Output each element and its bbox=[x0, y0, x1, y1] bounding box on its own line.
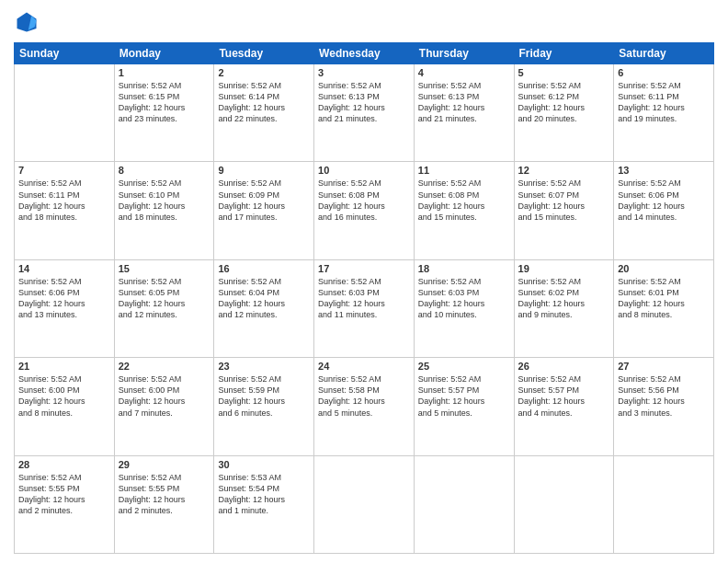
day-info: Sunrise: 5:52 AM Sunset: 6:05 PM Dayligh… bbox=[119, 276, 210, 321]
day-info: Sunrise: 5:52 AM Sunset: 5:55 PM Dayligh… bbox=[119, 472, 210, 517]
day-info: Sunrise: 5:52 AM Sunset: 5:57 PM Dayligh… bbox=[418, 373, 510, 419]
day-number: 12 bbox=[518, 165, 610, 176]
day-info: Sunrise: 5:52 AM Sunset: 6:03 PM Dayligh… bbox=[418, 276, 510, 321]
calendar-cell bbox=[614, 455, 714, 553]
calendar-cell: 27Sunrise: 5:52 AM Sunset: 5:56 PM Dayli… bbox=[614, 358, 714, 455]
day-number: 18 bbox=[418, 263, 510, 274]
day-number: 30 bbox=[218, 459, 310, 470]
calendar-week-row: 14Sunrise: 5:52 AM Sunset: 6:06 PM Dayli… bbox=[15, 259, 714, 357]
day-number: 27 bbox=[618, 361, 710, 372]
calendar-cell: 30Sunrise: 5:53 AM Sunset: 5:54 PM Dayli… bbox=[214, 455, 314, 553]
calendar-week-row: 1Sunrise: 5:52 AM Sunset: 6:15 PM Daylig… bbox=[15, 64, 714, 162]
day-info: Sunrise: 5:52 AM Sunset: 5:57 PM Dayligh… bbox=[518, 373, 610, 419]
logo bbox=[14, 9, 43, 35]
day-info: Sunrise: 5:52 AM Sunset: 6:12 PM Dayligh… bbox=[518, 80, 610, 125]
calendar-cell: 12Sunrise: 5:52 AM Sunset: 6:07 PM Dayli… bbox=[514, 162, 614, 259]
day-info: Sunrise: 5:52 AM Sunset: 6:03 PM Dayligh… bbox=[318, 276, 410, 321]
day-number: 4 bbox=[418, 67, 510, 78]
day-info: Sunrise: 5:52 AM Sunset: 6:14 PM Dayligh… bbox=[218, 80, 310, 125]
weekday-header-monday: Monday bbox=[114, 43, 214, 64]
calendar-cell bbox=[314, 455, 415, 553]
day-number: 26 bbox=[518, 361, 610, 372]
day-number: 13 bbox=[618, 165, 710, 176]
calendar-cell: 18Sunrise: 5:52 AM Sunset: 6:03 PM Dayli… bbox=[414, 259, 514, 357]
header bbox=[14, 9, 714, 35]
calendar-week-row: 21Sunrise: 5:52 AM Sunset: 6:00 PM Dayli… bbox=[15, 358, 714, 455]
day-number: 23 bbox=[218, 361, 310, 372]
day-number: 15 bbox=[119, 263, 210, 274]
day-number: 19 bbox=[518, 263, 610, 274]
day-number: 3 bbox=[318, 67, 410, 78]
day-info: Sunrise: 5:52 AM Sunset: 6:06 PM Dayligh… bbox=[18, 276, 110, 321]
day-info: Sunrise: 5:52 AM Sunset: 6:11 PM Dayligh… bbox=[618, 80, 710, 125]
calendar-cell: 1Sunrise: 5:52 AM Sunset: 6:15 PM Daylig… bbox=[114, 64, 214, 162]
day-info: Sunrise: 5:52 AM Sunset: 5:55 PM Dayligh… bbox=[18, 472, 110, 517]
day-info: Sunrise: 5:52 AM Sunset: 6:01 PM Dayligh… bbox=[618, 276, 710, 321]
calendar-cell: 8Sunrise: 5:52 AM Sunset: 6:10 PM Daylig… bbox=[114, 162, 214, 259]
calendar-cell: 13Sunrise: 5:52 AM Sunset: 6:06 PM Dayli… bbox=[614, 162, 714, 259]
day-number: 28 bbox=[18, 459, 110, 470]
weekday-header-saturday: Saturday bbox=[614, 43, 714, 64]
day-number: 17 bbox=[318, 263, 410, 274]
day-number: 8 bbox=[119, 165, 210, 176]
calendar-cell: 26Sunrise: 5:52 AM Sunset: 5:57 PM Dayli… bbox=[514, 358, 614, 455]
day-info: Sunrise: 5:52 AM Sunset: 6:07 PM Dayligh… bbox=[518, 178, 610, 223]
day-info: Sunrise: 5:52 AM Sunset: 6:09 PM Dayligh… bbox=[218, 178, 310, 223]
day-info: Sunrise: 5:52 AM Sunset: 6:00 PM Dayligh… bbox=[18, 373, 110, 419]
day-info: Sunrise: 5:52 AM Sunset: 6:15 PM Dayligh… bbox=[119, 80, 210, 125]
calendar-cell: 10Sunrise: 5:52 AM Sunset: 6:08 PM Dayli… bbox=[314, 162, 415, 259]
calendar-cell: 29Sunrise: 5:52 AM Sunset: 5:55 PM Dayli… bbox=[114, 455, 214, 553]
calendar-cell: 25Sunrise: 5:52 AM Sunset: 5:57 PM Dayli… bbox=[414, 358, 514, 455]
calendar-cell: 11Sunrise: 5:52 AM Sunset: 6:08 PM Dayli… bbox=[414, 162, 514, 259]
day-number: 7 bbox=[18, 165, 110, 176]
day-info: Sunrise: 5:53 AM Sunset: 5:54 PM Dayligh… bbox=[218, 472, 310, 517]
calendar-cell: 2Sunrise: 5:52 AM Sunset: 6:14 PM Daylig… bbox=[214, 64, 314, 162]
page: SundayMondayTuesdayWednesdayThursdayFrid… bbox=[0, 0, 728, 563]
calendar-cell: 21Sunrise: 5:52 AM Sunset: 6:00 PM Dayli… bbox=[15, 358, 115, 455]
day-info: Sunrise: 5:52 AM Sunset: 6:00 PM Dayligh… bbox=[119, 373, 210, 419]
calendar-cell: 6Sunrise: 5:52 AM Sunset: 6:11 PM Daylig… bbox=[614, 64, 714, 162]
calendar-cell bbox=[15, 64, 115, 162]
day-info: Sunrise: 5:52 AM Sunset: 5:58 PM Dayligh… bbox=[318, 373, 410, 419]
day-info: Sunrise: 5:52 AM Sunset: 6:13 PM Dayligh… bbox=[318, 80, 410, 125]
calendar-cell: 28Sunrise: 5:52 AM Sunset: 5:55 PM Dayli… bbox=[15, 455, 115, 553]
calendar-cell: 22Sunrise: 5:52 AM Sunset: 6:00 PM Dayli… bbox=[114, 358, 214, 455]
weekday-header-tuesday: Tuesday bbox=[214, 43, 314, 64]
calendar-cell: 23Sunrise: 5:52 AM Sunset: 5:59 PM Dayli… bbox=[214, 358, 314, 455]
calendar-cell: 16Sunrise: 5:52 AM Sunset: 6:04 PM Dayli… bbox=[214, 259, 314, 357]
day-number: 9 bbox=[218, 165, 310, 176]
calendar-week-row: 7Sunrise: 5:52 AM Sunset: 6:11 PM Daylig… bbox=[15, 162, 714, 259]
day-info: Sunrise: 5:52 AM Sunset: 6:10 PM Dayligh… bbox=[119, 178, 210, 223]
day-number: 29 bbox=[119, 459, 210, 470]
day-info: Sunrise: 5:52 AM Sunset: 6:08 PM Dayligh… bbox=[318, 178, 410, 223]
calendar-table: SundayMondayTuesdayWednesdayThursdayFrid… bbox=[14, 42, 714, 554]
calendar-cell: 20Sunrise: 5:52 AM Sunset: 6:01 PM Dayli… bbox=[614, 259, 714, 357]
calendar-cell bbox=[414, 455, 514, 553]
day-number: 22 bbox=[119, 361, 210, 372]
weekday-header-friday: Friday bbox=[514, 43, 614, 64]
day-number: 14 bbox=[18, 263, 110, 274]
calendar-week-row: 28Sunrise: 5:52 AM Sunset: 5:55 PM Dayli… bbox=[15, 455, 714, 553]
calendar-cell: 4Sunrise: 5:52 AM Sunset: 6:13 PM Daylig… bbox=[414, 64, 514, 162]
day-info: Sunrise: 5:52 AM Sunset: 6:08 PM Dayligh… bbox=[418, 178, 510, 223]
calendar-cell: 9Sunrise: 5:52 AM Sunset: 6:09 PM Daylig… bbox=[214, 162, 314, 259]
logo-icon bbox=[14, 9, 40, 35]
weekday-header-sunday: Sunday bbox=[15, 43, 115, 64]
day-number: 10 bbox=[318, 165, 410, 176]
day-info: Sunrise: 5:52 AM Sunset: 6:06 PM Dayligh… bbox=[618, 178, 710, 223]
calendar-cell: 14Sunrise: 5:52 AM Sunset: 6:06 PM Dayli… bbox=[15, 259, 115, 357]
day-number: 2 bbox=[218, 67, 310, 78]
day-info: Sunrise: 5:52 AM Sunset: 5:56 PM Dayligh… bbox=[618, 373, 710, 419]
calendar-cell: 5Sunrise: 5:52 AM Sunset: 6:12 PM Daylig… bbox=[514, 64, 614, 162]
day-number: 24 bbox=[318, 361, 410, 372]
calendar-cell bbox=[514, 455, 614, 553]
calendar-cell: 17Sunrise: 5:52 AM Sunset: 6:03 PM Dayli… bbox=[314, 259, 415, 357]
calendar-cell: 24Sunrise: 5:52 AM Sunset: 5:58 PM Dayli… bbox=[314, 358, 415, 455]
calendar-cell: 7Sunrise: 5:52 AM Sunset: 6:11 PM Daylig… bbox=[15, 162, 115, 259]
day-info: Sunrise: 5:52 AM Sunset: 5:59 PM Dayligh… bbox=[218, 373, 310, 419]
day-info: Sunrise: 5:52 AM Sunset: 6:13 PM Dayligh… bbox=[418, 80, 510, 125]
day-number: 20 bbox=[618, 263, 710, 274]
day-number: 16 bbox=[218, 263, 310, 274]
day-number: 21 bbox=[18, 361, 110, 372]
day-number: 6 bbox=[618, 67, 710, 78]
